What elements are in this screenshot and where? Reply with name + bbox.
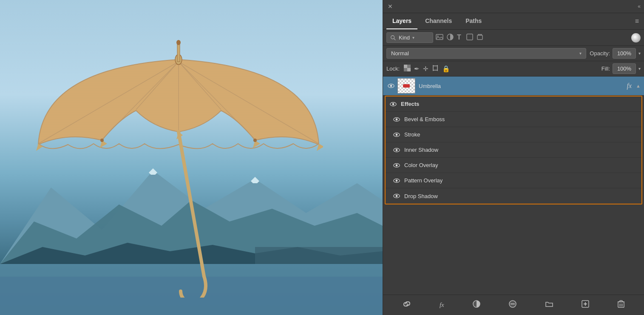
opacity-dropdown-arrow[interactable]: ▾	[638, 51, 641, 56]
add-layer-style-button[interactable]: fx	[437, 300, 447, 310]
svg-point-31	[437, 36, 439, 37]
add-mask-button[interactable]	[506, 298, 519, 312]
fill-dropdown-arrow[interactable]: ▾	[638, 66, 641, 71]
color-overlay-visibility-icon[interactable]	[392, 161, 401, 170]
effect-name-stroke: Stroke	[404, 131, 420, 138]
filter-smart-icon[interactable]	[477, 34, 483, 42]
effect-row-stroke[interactable]: Stroke	[386, 127, 641, 142]
lock-artboard-icon[interactable]	[432, 65, 439, 73]
umbrella	[34, 26, 323, 298]
effect-name-bevel-emboss: Bevel & Emboss	[404, 116, 445, 122]
drop-shadow-visibility-icon[interactable]	[392, 192, 401, 200]
svg-rect-38	[407, 65, 411, 68]
eye-icon	[393, 163, 400, 168]
effect-row-color-overlay[interactable]: Color Overlay	[386, 158, 641, 173]
svg-point-46	[390, 85, 392, 87]
blend-row: Normal ▾ Opacity: 100% ▾	[383, 46, 644, 61]
blend-mode-dropdown[interactable]: Normal ▾	[386, 48, 586, 59]
lock-transparency-icon[interactable]	[404, 65, 411, 73]
filter-icons: T	[436, 34, 483, 42]
opacity-label: Opacity:	[590, 50, 610, 57]
fill-input[interactable]: 100%	[613, 63, 636, 74]
lock-label: Lock:	[386, 65, 400, 72]
filter-adjustment-icon[interactable]	[447, 34, 454, 42]
svg-point-60	[396, 195, 398, 197]
filter-dropdown-arrow: ▾	[412, 35, 414, 40]
effects-group: Effects Bevel & Emboss	[385, 96, 642, 204]
svg-rect-35	[477, 35, 482, 40]
svg-rect-18	[177, 43, 180, 62]
effect-row-drop-shadow[interactable]: Drop Shadow	[386, 188, 641, 204]
svg-rect-39	[404, 68, 407, 71]
create-layer-button[interactable]	[579, 298, 592, 312]
svg-line-29	[394, 38, 396, 40]
lock-position-icon[interactable]: ✛	[423, 65, 428, 73]
effect-name-drop-shadow: Drop Shadow	[404, 193, 438, 199]
svg-point-28	[391, 35, 394, 39]
tab-layers[interactable]: Layers	[386, 13, 417, 29]
svg-marker-20	[36, 144, 43, 151]
effect-row-bevel-emboss[interactable]: Bevel & Emboss	[386, 112, 641, 127]
link-layers-button[interactable]	[400, 298, 414, 312]
layer-name-umbrella: Umbrella	[419, 83, 627, 89]
filter-type-icon[interactable]: T	[457, 34, 463, 42]
effects-visibility-icon[interactable]	[389, 100, 397, 108]
inner-shadow-visibility-icon[interactable]	[392, 146, 401, 154]
new-layer-icon	[582, 300, 589, 308]
filter-row: Kind ▾	[383, 30, 644, 46]
delete-layer-button[interactable]	[615, 298, 627, 312]
filter-kind-dropdown[interactable]: Kind ▾	[386, 32, 433, 43]
svg-point-52	[396, 133, 398, 136]
svg-point-26	[100, 139, 104, 142]
panel-tabs: Layers Channels Paths ≡	[383, 13, 644, 30]
trash-icon	[618, 300, 624, 308]
collapse-button[interactable]: «	[638, 3, 641, 9]
eye-icon	[393, 148, 400, 153]
thumbnail-content	[403, 84, 410, 88]
filter-shape-icon[interactable]	[466, 34, 473, 42]
effects-header-row[interactable]: Effects	[386, 96, 641, 112]
layer-thumbnail-umbrella	[397, 78, 415, 94]
svg-point-48	[392, 103, 394, 105]
stroke-visibility-icon[interactable]	[392, 131, 401, 139]
filter-toggle[interactable]	[631, 33, 641, 43]
link-icon	[403, 300, 411, 308]
close-button[interactable]: ✕	[386, 3, 394, 10]
eye-icon	[393, 178, 400, 183]
tab-channels[interactable]: Channels	[419, 13, 458, 29]
eye-icon	[393, 193, 400, 199]
lock-pixels-icon[interactable]: ✒	[414, 65, 420, 73]
effects-label: Effects	[401, 101, 419, 107]
layers-empty-area	[383, 206, 644, 219]
canvas-area	[0, 0, 383, 315]
layer-visibility-umbrella[interactable]	[386, 81, 396, 91]
effect-row-inner-shadow[interactable]: Inner Shadow	[386, 142, 641, 158]
svg-point-54	[396, 149, 398, 151]
effect-row-pattern-overlay[interactable]: Pattern Overlay	[386, 173, 641, 188]
lock-icons: ✒ ✛ 🔒	[404, 65, 450, 73]
layer-row-umbrella[interactable]: Umbrella fx ▲	[383, 77, 644, 96]
svg-rect-40	[433, 66, 437, 70]
layer-expand-umbrella[interactable]: ▲	[636, 83, 641, 88]
eye-icon	[393, 132, 400, 137]
add-adjustment-layer-button[interactable]	[470, 298, 483, 312]
svg-point-56	[396, 164, 398, 166]
fx-badge-umbrella[interactable]: fx	[627, 82, 632, 90]
panel-menu-button[interactable]: ≡	[633, 16, 641, 27]
svg-point-19	[176, 40, 181, 45]
blend-mode-value: Normal	[391, 50, 409, 57]
lock-all-icon[interactable]: 🔒	[442, 65, 450, 73]
effect-name-color-overlay: Color Overlay	[404, 162, 438, 168]
lock-row: Lock: ✒ ✛	[383, 61, 644, 77]
bevel-emboss-visibility-icon[interactable]	[392, 115, 401, 124]
opacity-input[interactable]: 100%	[613, 48, 636, 59]
tab-paths[interactable]: Paths	[460, 13, 488, 29]
search-icon	[390, 35, 396, 41]
pattern-overlay-visibility-icon[interactable]	[392, 176, 401, 185]
eye-icon	[390, 102, 397, 107]
panel-topbar: ✕ «	[383, 0, 644, 13]
eye-icon	[388, 83, 394, 88]
create-group-button[interactable]	[543, 299, 556, 311]
filter-image-icon[interactable]	[436, 34, 443, 42]
svg-point-58	[396, 179, 398, 182]
